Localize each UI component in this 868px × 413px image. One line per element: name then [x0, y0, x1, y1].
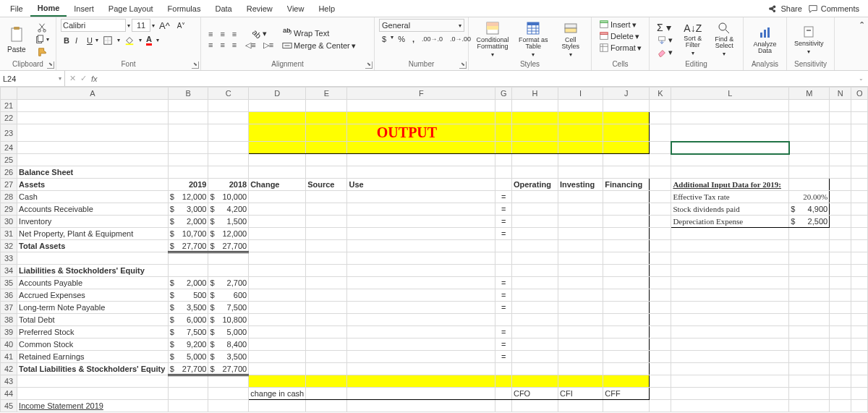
cell-N40[interactable] — [830, 339, 851, 351]
cell-G30[interactable]: = — [495, 216, 511, 228]
cell-A34[interactable]: Liabilities & Stockholders' Equity — [17, 265, 169, 277]
cell-K44[interactable] — [650, 388, 671, 400]
cell-N43[interactable] — [830, 375, 851, 388]
delete-cells-button[interactable]: Delete ▾ — [596, 30, 642, 42]
cell-I36[interactable] — [558, 289, 603, 302]
cell-K24[interactable] — [650, 142, 671, 154]
cell-G34[interactable] — [495, 265, 511, 277]
cell-C40[interactable]: $8,400 — [208, 339, 249, 351]
cell-H25[interactable] — [511, 154, 558, 166]
cell-K37[interactable] — [650, 302, 671, 314]
cell-O44[interactable] — [851, 388, 868, 400]
cell-E40[interactable] — [306, 339, 347, 351]
cell-A44[interactable] — [17, 388, 169, 400]
cell-M30[interactable]: $2,500 — [789, 216, 830, 228]
cell-J43[interactable] — [603, 375, 650, 388]
cell-L44[interactable] — [671, 388, 789, 400]
italic-button[interactable]: I — [72, 35, 82, 46]
cell-A32[interactable]: Total Assets — [17, 240, 169, 252]
row-header-26[interactable]: 26 — [1, 166, 17, 179]
decrease-font-button[interactable]: A˅ — [174, 21, 189, 30]
cell-H43[interactable] — [511, 375, 558, 388]
align-center-button[interactable]: ≡ — [217, 40, 227, 50]
cell-A22[interactable] — [17, 112, 169, 124]
cell-B42[interactable]: $27,700 — [168, 363, 208, 375]
cell-F30[interactable] — [347, 216, 495, 228]
cell-J30[interactable] — [603, 216, 650, 228]
cell-E30[interactable] — [306, 216, 347, 228]
cell-C21[interactable] — [208, 100, 249, 112]
cell-L32[interactable] — [671, 240, 789, 252]
row-header-28[interactable]: 28 — [1, 191, 17, 203]
cell-G32[interactable] — [495, 240, 511, 252]
cell-M33[interactable] — [789, 252, 830, 265]
cell-I31[interactable] — [558, 228, 603, 240]
cell-E31[interactable] — [306, 228, 347, 240]
cell-C31[interactable]: $12,000 — [208, 228, 249, 240]
row-header-29[interactable]: 29 — [1, 203, 17, 216]
cell-N37[interactable] — [830, 302, 851, 314]
cell-H38[interactable] — [511, 314, 558, 326]
cell-O34[interactable] — [851, 265, 868, 277]
cell-I26[interactable] — [558, 166, 603, 179]
row-header-36[interactable]: 36 — [1, 289, 17, 302]
cell-G23[interactable] — [495, 124, 511, 142]
cell-N32[interactable] — [830, 240, 851, 252]
decrease-indent-button[interactable]: ◁≡ — [242, 40, 258, 51]
cell-I35[interactable] — [558, 277, 603, 289]
cell-H22[interactable] — [511, 112, 558, 124]
find-select-button[interactable]: Find & Select▾ — [710, 21, 739, 58]
cell-I33[interactable] — [558, 252, 603, 265]
col-header-N[interactable]: N — [830, 88, 851, 100]
cell-D22[interactable] — [249, 112, 306, 124]
cell-M38[interactable] — [789, 314, 830, 326]
cell-L27[interactable]: Additional Input Data for 2019: — [671, 179, 789, 191]
merge-center-button[interactable]: Merge & Center ▾ — [279, 40, 359, 51]
cell-F29[interactable] — [347, 203, 495, 216]
cell-E25[interactable] — [306, 154, 347, 166]
row-header-27[interactable]: 27 — [1, 179, 17, 191]
fill-color-button[interactable] — [122, 35, 137, 46]
format-cells-button[interactable]: Format ▾ — [596, 42, 644, 54]
font-name-input[interactable] — [61, 19, 126, 32]
cell-G28[interactable]: = — [495, 191, 511, 203]
cell-B44[interactable] — [168, 388, 208, 400]
cell-B29[interactable]: $3,000 — [168, 203, 208, 216]
cell-L42[interactable] — [671, 363, 789, 375]
cell-K27[interactable] — [650, 179, 671, 191]
cancel-formula-button[interactable]: ✕ — [69, 74, 76, 83]
cell-K38[interactable] — [650, 314, 671, 326]
cell-O31[interactable] — [851, 228, 868, 240]
cell-F37[interactable] — [347, 302, 495, 314]
number-launcher[interactable]: ⬊ — [459, 61, 467, 69]
share-button[interactable]: Share — [767, 4, 801, 14]
currency-button[interactable]: $ — [379, 34, 389, 44]
cell-J24[interactable] — [603, 142, 650, 154]
cell-A29[interactable]: Accounts Receivable — [17, 203, 169, 216]
font-size-input[interactable] — [132, 19, 150, 32]
cell-N26[interactable] — [830, 166, 851, 179]
cell-F44[interactable] — [347, 388, 495, 400]
cell-I21[interactable] — [558, 100, 603, 112]
cell-G40[interactable]: = — [495, 339, 511, 351]
row-header-37[interactable]: 37 — [1, 302, 17, 314]
cell-M21[interactable] — [789, 100, 830, 112]
cell-J22[interactable] — [603, 112, 650, 124]
col-header-A[interactable]: A — [17, 88, 169, 100]
cell-K43[interactable] — [650, 375, 671, 388]
cell-F28[interactable] — [347, 191, 495, 203]
cell-J26[interactable] — [603, 166, 650, 179]
cell-O39[interactable] — [851, 326, 868, 339]
menu-home[interactable]: Home — [30, 1, 67, 17]
cell-K40[interactable] — [650, 339, 671, 351]
cell-I40[interactable] — [558, 339, 603, 351]
fill-button[interactable]: ▾ — [654, 35, 676, 46]
cell-I41[interactable] — [558, 351, 603, 363]
cell-B36[interactable]: $500 — [168, 289, 208, 302]
cell-C25[interactable] — [208, 154, 249, 166]
cell-O41[interactable] — [851, 351, 868, 363]
menu-data[interactable]: Data — [208, 1, 239, 16]
cell-J32[interactable] — [603, 240, 650, 252]
col-header-B[interactable]: B — [168, 88, 208, 100]
cell-C27[interactable]: 2018 — [208, 179, 249, 191]
